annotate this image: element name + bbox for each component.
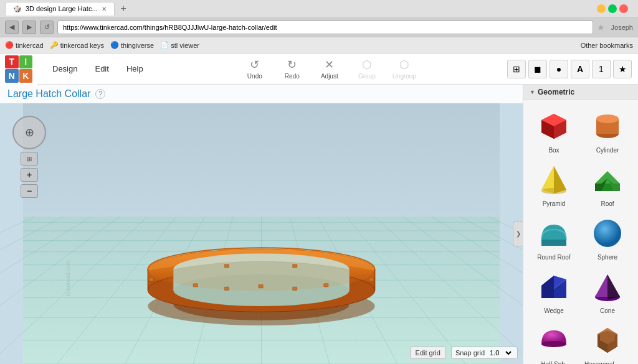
- toolbar-center: ↺ Undo ↻ Redo ✕ Adjust ⬡ Group ⬡ Ungroup: [241, 58, 418, 80]
- help-icon[interactable]: ?: [95, 89, 105, 99]
- ungroup-icon: ⬡: [399, 58, 409, 72]
- svg-rect-43: [369, 278, 374, 281]
- logo-cell-t: T: [5, 55, 19, 69]
- back-button[interactable]: ◀: [5, 21, 19, 34]
- group-label: Group: [358, 73, 376, 80]
- refresh-button[interactable]: ↺: [40, 21, 54, 34]
- maximize-button[interactable]: [608, 4, 617, 13]
- viewport[interactable]: tinkercad.com ⊕ ⊞ + − ❯ Edit grid Snap g…: [0, 103, 523, 364]
- nav-edit[interactable]: Edit: [86, 59, 117, 78]
- user-label: Joseph: [611, 24, 633, 31]
- halfsphere-icon: [535, 322, 573, 359]
- browser-titlebar: 🎲 3D design Large Hatc... ✕ +: [0, 0, 638, 17]
- address-bar[interactable]: [57, 21, 593, 34]
- sidebar-section-header: ▼ Geometric: [523, 85, 638, 100]
- cone-icon: [589, 268, 626, 306]
- number-view-button[interactable]: 1: [592, 60, 611, 78]
- shape-box[interactable]: Box: [528, 105, 579, 156]
- bookmark-keys-icon: 🔑: [50, 41, 59, 49]
- canvas-area: Large Hatch Collar ?: [0, 85, 523, 364]
- pyramid-icon: [535, 161, 573, 198]
- tinkercad-logo[interactable]: T I N K: [0, 54, 37, 85]
- nav-design[interactable]: Design: [44, 59, 86, 78]
- pyramid-label: Pyramid: [543, 200, 566, 207]
- window-controls: [597, 4, 628, 13]
- cube-view-button[interactable]: ◼: [528, 60, 547, 78]
- close-button[interactable]: [619, 4, 628, 13]
- adjust-button[interactable]: ✕ Adjust: [316, 58, 343, 80]
- adjust-label: Adjust: [321, 73, 338, 80]
- svg-point-67: [594, 220, 621, 247]
- text-view-button[interactable]: A: [571, 60, 589, 78]
- ungroup-button[interactable]: ⬡ Ungroup: [391, 58, 418, 80]
- design-title: Large Hatch Collar: [7, 88, 90, 100]
- redo-icon: ↻: [287, 58, 297, 72]
- viewport-bottom-controls: Edit grid Snap grid 1.0 0.5 0.25 2.0: [410, 347, 518, 359]
- nav-help[interactable]: Help: [118, 59, 152, 78]
- ungroup-label: Ungroup: [393, 73, 416, 80]
- shape-roundroof[interactable]: Round Roof: [528, 212, 579, 263]
- browser-tab[interactable]: 🎲 3D design Large Hatc... ✕: [5, 2, 115, 16]
- svg-marker-63: [595, 171, 620, 184]
- new-tab-button[interactable]: +: [117, 3, 130, 14]
- sphere-view-button[interactable]: ●: [550, 60, 568, 78]
- viewport-svg: tinkercad.com: [0, 103, 523, 364]
- right-sidebar: ▼ Geometric Box: [523, 85, 638, 364]
- zoom-out-button[interactable]: −: [21, 184, 38, 198]
- tab-bar: 🎲 3D design Large Hatc... ✕ +: [5, 2, 130, 16]
- svg-rect-42: [149, 278, 153, 281]
- navigation-controls: ⊕ ⊞ + −: [12, 116, 46, 198]
- group-icon: ⬡: [362, 58, 372, 72]
- wedge-label: Wedge: [544, 307, 564, 314]
- svg-point-57: [596, 114, 619, 123]
- bookmark-stlviewer[interactable]: 📄 stl viewer: [160, 41, 199, 49]
- cylinder-label: Cylinder: [596, 147, 619, 154]
- shape-sphere[interactable]: Sphere: [582, 212, 633, 263]
- zoom-in-button[interactable]: +: [21, 168, 38, 182]
- shape-roof[interactable]: Roof: [582, 159, 633, 210]
- panel-toggle-button[interactable]: ❯: [513, 222, 523, 246]
- edit-grid-button[interactable]: Edit grid: [410, 347, 446, 359]
- bookmark-stlviewer-icon: 📄: [160, 41, 169, 49]
- tab-title: 3D design Large Hatc...: [26, 5, 98, 12]
- svg-text:tinkercad.com: tinkercad.com: [65, 261, 71, 296]
- box-label: Box: [548, 147, 559, 154]
- bookmark-keys[interactable]: 🔑 tinkercad keys: [50, 41, 104, 49]
- nav-menu: Design Edit Help: [44, 59, 152, 78]
- forward-button[interactable]: ▶: [22, 21, 36, 34]
- box-icon: [535, 108, 573, 145]
- svg-marker-74: [607, 274, 620, 299]
- redo-button[interactable]: ↻ Redo: [279, 58, 306, 80]
- roundroof-label: Round Roof: [537, 254, 570, 261]
- grid-view-button[interactable]: ⊞: [507, 60, 526, 78]
- undo-label: Undo: [247, 73, 262, 80]
- fit-view-button[interactable]: ⊞: [21, 152, 38, 166]
- shape-pyramid[interactable]: Pyramid: [528, 159, 579, 210]
- group-button[interactable]: ⬡ Group: [353, 58, 381, 80]
- app-header: T I N K Design Edit Help ↺ Undo ↻ Redo ✕: [0, 54, 638, 85]
- bookmark-tinkercad-icon: 🔴: [5, 41, 14, 49]
- shape-halfsphere[interactable]: Half Sph.: [528, 319, 579, 364]
- shape-hexprism[interactable]: Hexagonal Prism: [582, 319, 633, 364]
- tab-icon: 🎲: [13, 5, 22, 13]
- shape-cylinder[interactable]: Cylinder: [582, 105, 633, 156]
- shape-cone[interactable]: Cone: [582, 266, 633, 317]
- wedge-icon: [535, 268, 573, 306]
- bookmark-tinkercad[interactable]: 🔴 tinkercad: [5, 41, 44, 49]
- snap-grid-select[interactable]: 1.0 0.5 0.25 2.0: [487, 348, 513, 357]
- shape-wedge[interactable]: Wedge: [528, 266, 579, 317]
- minimize-button[interactable]: [597, 4, 606, 13]
- compass-control[interactable]: ⊕: [12, 116, 46, 149]
- other-bookmarks[interactable]: Other bookmarks: [581, 42, 633, 49]
- star-view-button[interactable]: ★: [613, 60, 632, 78]
- bookmark-thingiverse-icon: 🔵: [110, 41, 119, 49]
- undo-button[interactable]: ↺ Undo: [241, 58, 269, 80]
- bookmark-thingiverse[interactable]: 🔵 thingiverse: [110, 41, 154, 49]
- bookmarks-bar: 🔴 tinkercad 🔑 tinkercad keys 🔵 thingiver…: [0, 37, 638, 54]
- svg-marker-71: [541, 276, 554, 298]
- hexprism-label: Hexagonal Prism: [584, 361, 631, 364]
- bookmark-star-icon[interactable]: ★: [597, 22, 605, 32]
- svg-rect-66: [541, 240, 566, 246]
- tab-close-button[interactable]: ✕: [102, 6, 107, 12]
- snap-grid-control: Snap grid 1.0 0.5 0.25 2.0: [451, 347, 518, 359]
